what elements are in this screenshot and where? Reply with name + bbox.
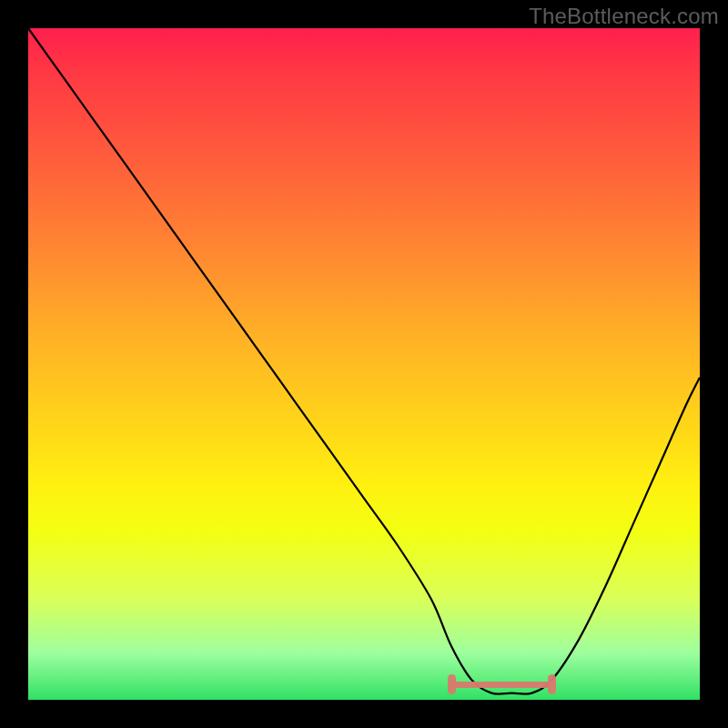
chart-frame: TheBottleneck.com (0, 0, 728, 728)
watermark-text: TheBottleneck.com (529, 4, 719, 29)
bottleneck-curve (28, 28, 700, 700)
plot-area (28, 28, 700, 700)
